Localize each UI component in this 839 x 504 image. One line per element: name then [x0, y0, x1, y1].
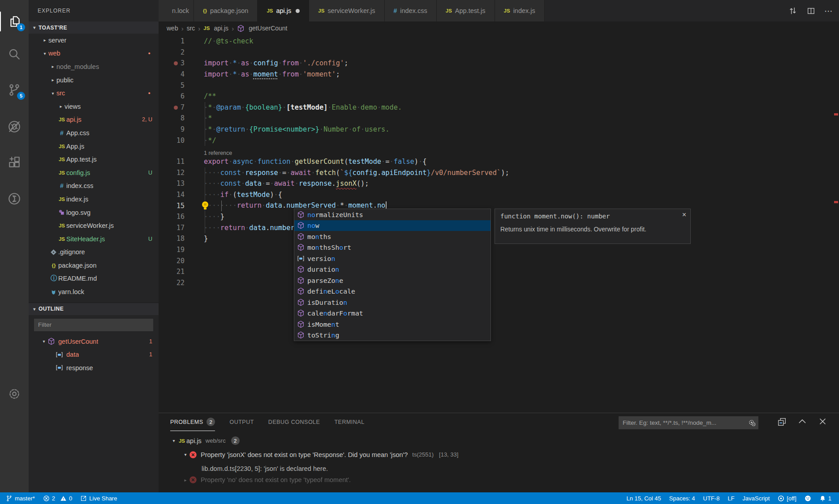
breadcrumb-item-api-js[interactable]: JSapi.js [203, 25, 228, 32]
code-line-3[interactable]: 3import·*·as·config·from·'./config'; [159, 58, 834, 69]
problems-status[interactable]: 20 [39, 492, 76, 504]
code-line-21[interactable]: 21 [159, 266, 834, 278]
tree-item-src[interactable]: ▾src● [29, 86, 159, 100]
close-panel-button[interactable] [818, 417, 829, 428]
collapse-all-button[interactable] [777, 417, 788, 428]
panel-tab-terminal[interactable]: TERMINAL [334, 413, 364, 431]
panel-tab-output[interactable]: OUTPUT [229, 413, 254, 431]
suggest-item-monthsshort[interactable]: monthsShort [294, 242, 490, 253]
panel-tab-debug-console[interactable]: DEBUG CONSOLE [268, 413, 320, 431]
code-line-6[interactable]: 6/** [159, 91, 834, 102]
breadcrumb-item-src[interactable]: src [187, 25, 195, 32]
tree-item-views[interactable]: ▸views [29, 100, 159, 113]
code-line-12[interactable]: 12····const·response·=·await·fetch(`${co… [159, 167, 834, 179]
breakpoint-icon[interactable] [174, 106, 178, 110]
problems-related-row[interactable]: lib.dom.d.ts[2230, 5]: 'json' is declare… [159, 461, 839, 475]
code-line-13[interactable]: 13····const·data·=·await·response.jsonX(… [159, 178, 834, 189]
language-mode-status[interactable]: JavaScript [739, 492, 774, 504]
code-line-14[interactable]: 14····if·(testMode)·{ [159, 189, 834, 201]
eol-status[interactable]: LF [723, 492, 738, 504]
more-actions-button[interactable]: ⋯ [823, 5, 835, 17]
code-line-19[interactable]: 19 [159, 244, 834, 256]
suggest-item-isduration[interactable]: isDuration [294, 297, 490, 308]
activity-item-explorer[interactable]: 1 [0, 12, 29, 31]
suggest-item-ismoment[interactable]: isMoment [294, 319, 490, 330]
code-line-1[interactable]: 1//·@ts-check [159, 36, 834, 47]
tree-item-app-test-js[interactable]: JSApp.test.js [29, 153, 159, 166]
cursor-position-status[interactable]: Ln 15, Col 45 [622, 492, 665, 504]
code-line-2[interactable]: 2 [159, 47, 834, 58]
filter-gear-icon[interactable] [748, 419, 758, 427]
close-icon[interactable]: × [682, 211, 686, 219]
lightbulb-icon[interactable] [201, 201, 210, 210]
problems-error-row[interactable]: ▾ Property 'jsonX' does not exist on typ… [159, 448, 839, 461]
tab-app-test-js[interactable]: JSApp.test.js [437, 0, 495, 21]
tree-item-siteheader-js[interactable]: JSSiteHeader.jsU [29, 232, 159, 246]
tree-item-public[interactable]: ▸public [29, 73, 159, 87]
suggest-item-now[interactable]: now [294, 220, 490, 231]
indentation-status[interactable]: Spaces: 4 [665, 492, 699, 504]
tree-item-package-json[interactable]: {}package.json [29, 259, 159, 272]
suggest-item-duration[interactable]: duration [294, 264, 490, 275]
suggest-item-normalizeunits[interactable]: normalizeUnits [294, 209, 490, 220]
tree-item--gitignore[interactable]: .gitignore [29, 246, 159, 259]
tree-item-app-js[interactable]: JSApp.js [29, 140, 159, 153]
tree-item-node-modules[interactable]: ▸node_modules [29, 60, 159, 73]
tree-item-serviceworker-js[interactable]: JSserviceWorker.js [29, 219, 159, 232]
notifications-status[interactable]: 1 [815, 492, 835, 504]
tree-item-index-js[interactable]: JSindex.js [29, 192, 159, 206]
tweet-feedback-button[interactable] [800, 492, 815, 504]
activity-item-search[interactable] [0, 44, 29, 64]
panel-tab-problems[interactable]: PROBLEMS2 [170, 413, 215, 431]
outline-item-getusercount[interactable]: ▾getUserCount1 [29, 335, 159, 348]
suggest-item-parsezone[interactable]: parseZone [294, 275, 490, 286]
code-line-11[interactable]: 11export·async·function·getUserCount(tes… [159, 156, 834, 167]
tree-item-web[interactable]: ▾web● [29, 47, 159, 60]
suggest-item-tostring[interactable]: toString [294, 330, 490, 341]
code-line-9[interactable]: 9·*·@return·{Promise<number>}·Number·of·… [159, 124, 834, 135]
activity-item-live-share[interactable] [0, 189, 29, 209]
project-section-header[interactable]: ▾ TOAST'RE [29, 21, 159, 34]
code-line-20[interactable]: 20 [159, 255, 834, 266]
encoding-status[interactable]: UTF-8 [699, 492, 724, 504]
problems-filter-input[interactable] [619, 419, 748, 426]
tree-item-server[interactable]: ▸server [29, 34, 159, 47]
code-line-5[interactable]: 5 [159, 80, 834, 91]
tree-item-index-css[interactable]: #index.css [29, 179, 159, 193]
tree-item-app-css[interactable]: #App.css [29, 126, 159, 140]
split-editor-button[interactable] [805, 5, 817, 17]
git-branch-status[interactable]: master* [2, 492, 39, 504]
activity-item-extensions[interactable] [0, 153, 29, 172]
code-line-10[interactable]: 10·*/ [159, 135, 834, 146]
breadcrumb-item-getusercount[interactable]: getUserCount [237, 25, 287, 32]
code-area[interactable]: 1//·@ts-check23import·*·as·config·from·'… [159, 36, 834, 288]
tab-api-js[interactable]: JSapi.js [258, 0, 309, 21]
codelens-references[interactable]: 1 reference [159, 146, 834, 156]
tab-index-css[interactable]: #index.css [385, 0, 437, 21]
suggest-item-definelocale[interactable]: defineLocale [294, 286, 490, 297]
tree-item-logo-svg[interactable]: logo.svg [29, 206, 159, 219]
code-line-22[interactable]: 22 [159, 277, 834, 288]
tab-serviceworker-js[interactable]: JSserviceWorker.js [309, 0, 384, 21]
activity-item-settings[interactable] [0, 384, 29, 404]
activity-item-source-control[interactable]: 5 [0, 80, 29, 100]
tree-item-yarn-lock[interactable]: yarn.lock [29, 285, 159, 299]
suggest-item-calendarformat[interactable]: calendarFormat [294, 308, 490, 319]
live-share-status[interactable]: Live Share [76, 492, 121, 504]
code-line-7[interactable]: 7·*·@param·{boolean}·[testMode]·Enable·d… [159, 102, 834, 113]
code-line-4[interactable]: 4import·*·as·moment·from·'moment'; [159, 69, 834, 80]
breadcrumb-item-web[interactable]: web [167, 25, 178, 32]
outline-item-response[interactable]: response [29, 361, 159, 375]
tab-n-lock[interactable]: n.lock [159, 0, 194, 21]
outline-item-data[interactable]: data1 [29, 348, 159, 361]
outline-section-header[interactable]: ▾ OUTLINE [29, 303, 159, 315]
suggest-item-months[interactable]: months [294, 231, 490, 242]
tab-index-js[interactable]: JSindex.js [495, 0, 545, 21]
problems-file-row[interactable]: ▾ JS api.js web/src 2 [159, 434, 839, 448]
outline-filter-input[interactable] [34, 321, 153, 328]
tree-item-readme-md[interactable]: ⓘREADME.md [29, 272, 159, 286]
open-changes-button[interactable] [787, 5, 799, 17]
suggest-item-version[interactable]: version [294, 253, 490, 264]
code-line-8[interactable]: 8·* [159, 113, 834, 124]
tree-item-config-js[interactable]: JSconfig.jsU [29, 166, 159, 179]
